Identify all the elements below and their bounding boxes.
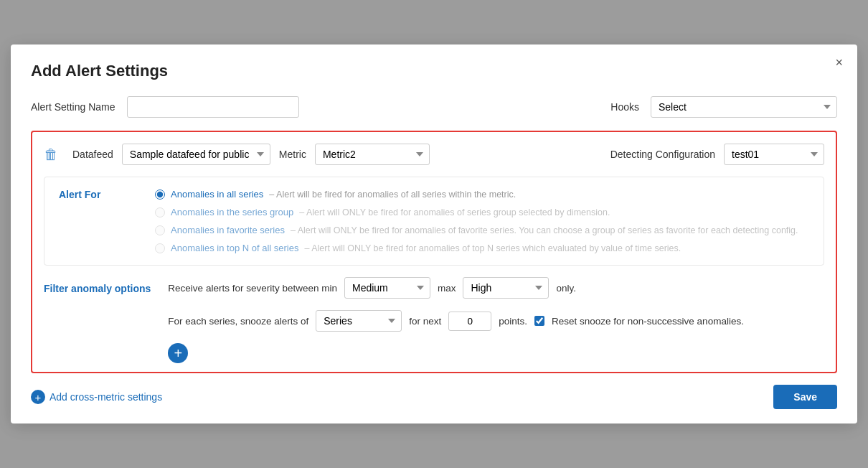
- detecting-config-label: Detecting Configuration: [610, 149, 715, 160]
- add-cross-metric-button[interactable]: + Add cross-metric settings: [31, 390, 162, 404]
- radio-favorite-series-main: Anomalies in favorite series: [171, 225, 285, 235]
- radio-favorite-series-desc: – Alert will ONLY be fired for anomalies…: [291, 225, 798, 235]
- alert-for-section: Alert For Anomalies in all series – Aler…: [44, 177, 824, 266]
- alert-for-radio-group: Anomalies in all series – Alert will be …: [155, 189, 798, 253]
- hooks-select[interactable]: Select: [651, 96, 837, 118]
- severity-max-label: max: [438, 283, 456, 294]
- filter-section: Filter anomaly options Receive alerts fo…: [44, 277, 824, 363]
- radio-series-group-desc: – Alert will ONLY be fired for anomalies…: [299, 207, 610, 217]
- add-filter-button[interactable]: +: [168, 343, 188, 363]
- radio-all-series-main: Anomalies in all series: [171, 189, 263, 200]
- close-button[interactable]: ×: [835, 56, 843, 69]
- add-cross-metric-icon: +: [31, 390, 45, 404]
- radio-all-series-input[interactable]: [155, 189, 165, 200]
- alert-for-title: Alert For: [59, 189, 138, 200]
- top-fields: Alert Setting Name Hooks Select: [31, 96, 837, 118]
- snooze-label2: for next: [409, 316, 441, 327]
- severity-row: Receive alerts for severity between min …: [168, 277, 824, 299]
- add-cross-metric-label: Add cross-metric settings: [49, 391, 162, 403]
- reset-snooze-checkbox[interactable]: [534, 316, 544, 326]
- severity-label: Receive alerts for severity between min: [168, 283, 337, 294]
- radio-top-n-series-main: Anomalies in top N of all series: [171, 243, 298, 253]
- metric-label: Metric: [279, 149, 306, 160]
- metric-select[interactable]: Metric2: [315, 144, 430, 165]
- filter-title: Filter anomaly options: [44, 283, 151, 294]
- delete-icon[interactable]: 🗑: [44, 146, 58, 163]
- radio-series-group: Anomalies in the series group – Alert wi…: [155, 207, 798, 217]
- datafeed-select[interactable]: Sample datafeed for public: [122, 144, 270, 165]
- snooze-label1: For each series, snooze alerts of: [168, 316, 308, 327]
- filter-content: Receive alerts for severity between min …: [168, 277, 824, 363]
- reset-snooze-label: Reset snooze for non-successive anomalie…: [552, 316, 744, 327]
- radio-favorite-series-input[interactable]: [155, 225, 165, 235]
- radio-favorite-series: Anomalies in favorite series – Alert wil…: [155, 225, 798, 235]
- severity-max-select[interactable]: Low Medium High: [463, 277, 549, 299]
- add-alert-modal: Add Alert Settings × Alert Setting Name …: [11, 45, 857, 423]
- modal-title: Add Alert Settings: [31, 62, 837, 80]
- snooze-label3: points.: [499, 316, 527, 327]
- save-button[interactable]: Save: [773, 385, 837, 409]
- detecting-config-select[interactable]: test01: [724, 144, 824, 165]
- radio-all-series-desc: – Alert will be fired for anomalies of a…: [269, 189, 516, 200]
- snooze-select[interactable]: Series Dimension: [316, 310, 402, 332]
- radio-series-group-input[interactable]: [155, 207, 165, 217]
- radio-top-n-series-desc: – Alert will ONLY be fired for anomalies…: [304, 243, 681, 253]
- alert-config-section: 🗑 Datafeed Sample datafeed for public Me…: [31, 131, 837, 373]
- severity-only-label: only.: [556, 283, 576, 294]
- alert-name-label: Alert Setting Name: [31, 101, 115, 113]
- bottom-row: + Add cross-metric settings Save: [31, 385, 837, 409]
- severity-min-select[interactable]: Low Medium High: [344, 277, 430, 299]
- radio-top-n-series-input[interactable]: [155, 243, 165, 253]
- alert-name-input[interactable]: [127, 96, 299, 118]
- radio-all-series: Anomalies in all series – Alert will be …: [155, 189, 798, 200]
- snooze-row: For each series, snooze alerts of Series…: [168, 310, 824, 332]
- hooks-label: Hooks: [610, 101, 639, 113]
- config-row: 🗑 Datafeed Sample datafeed for public Me…: [44, 144, 824, 165]
- radio-series-group-main: Anomalies in the series group: [171, 207, 293, 217]
- radio-top-n-series: Anomalies in top N of all series – Alert…: [155, 243, 798, 253]
- snooze-points-input[interactable]: [448, 312, 491, 331]
- datafeed-label: Datafeed: [72, 149, 113, 160]
